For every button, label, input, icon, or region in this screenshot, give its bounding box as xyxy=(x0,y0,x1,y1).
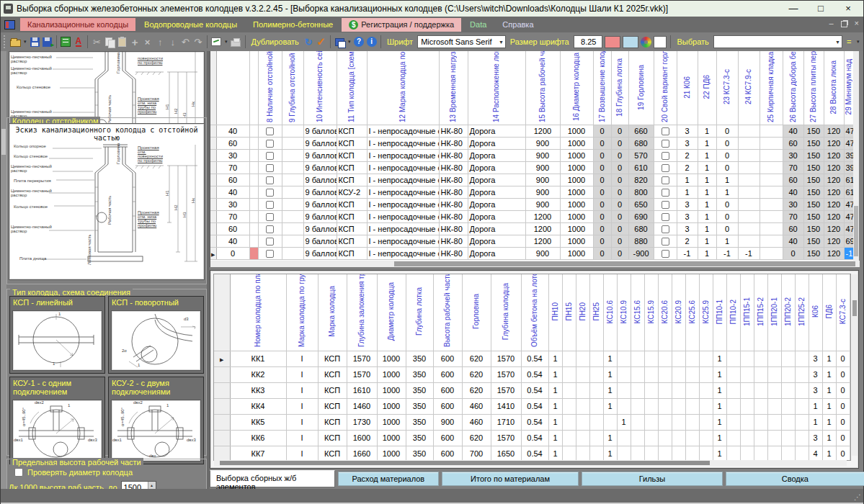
cell[interactable]: 60 xyxy=(783,138,803,150)
checkbox[interactable] xyxy=(662,152,669,160)
cell[interactable]: 0.54 xyxy=(521,382,548,398)
cell[interactable]: 1 xyxy=(822,398,836,414)
cell[interactable]: 880 xyxy=(628,235,654,248)
cell[interactable]: 460 xyxy=(462,414,491,430)
cell[interactable]: КСУ-2 xyxy=(337,186,367,199)
cell[interactable] xyxy=(740,382,754,398)
cell[interactable]: 60 xyxy=(783,174,803,186)
tab-selection-active[interactable]: Выборка сборных ж/б элементов xyxy=(210,470,335,487)
vertical-scrollbar[interactable] xyxy=(852,274,858,456)
cell[interactable]: 690 xyxy=(628,211,654,223)
cell[interactable]: 0.54 xyxy=(521,446,548,461)
cell[interactable]: 4 xyxy=(809,446,822,461)
cell[interactable]: 1000 xyxy=(560,235,593,248)
cell[interactable] xyxy=(654,138,677,150)
cell[interactable]: Дорога xyxy=(468,174,525,186)
checkbox[interactable] xyxy=(662,140,669,148)
cell[interactable] xyxy=(795,414,809,430)
color-swatch-blue[interactable] xyxy=(623,36,638,48)
cell[interactable]: 900 xyxy=(525,186,560,199)
cell[interactable]: КСП xyxy=(337,125,367,138)
cell[interactable] xyxy=(282,125,303,138)
cell[interactable] xyxy=(740,398,754,414)
cell[interactable]: 620 xyxy=(462,430,491,446)
cell[interactable]: 0 xyxy=(593,138,611,150)
cell[interactable] xyxy=(738,211,760,223)
cell[interactable] xyxy=(740,366,754,382)
column-header[interactable]: 11 Тип колодца [схема присоединения] xyxy=(337,51,367,125)
cell[interactable] xyxy=(767,398,781,414)
cell[interactable]: 47 xyxy=(844,211,854,223)
cell[interactable] xyxy=(740,351,754,366)
cell[interactable] xyxy=(781,398,795,414)
table-row[interactable]: 60 9 баллов КСП I - непросадочные сухи..… xyxy=(210,138,854,150)
cell[interactable]: I xyxy=(286,382,318,398)
cell[interactable] xyxy=(249,199,258,211)
cell[interactable]: 0 xyxy=(836,446,850,461)
cell[interactable]: 70 xyxy=(216,211,249,223)
cell[interactable]: 900 xyxy=(525,174,560,186)
column-header[interactable]: Глубина колодца xyxy=(491,274,521,351)
duplicate-button[interactable]: Дублировать xyxy=(249,37,301,46)
cell[interactable]: 0 xyxy=(593,186,611,199)
menu-registration[interactable]: $Регистрация / поддержка xyxy=(342,18,461,32)
cell[interactable]: 120 xyxy=(824,125,844,138)
cell[interactable]: 900 xyxy=(525,248,560,260)
cell[interactable] xyxy=(760,223,783,235)
cell[interactable]: 1 xyxy=(603,366,617,382)
table-row[interactable]: КК6 I КСП 1600 1000 350 600 620 1570 0.5… xyxy=(214,430,851,446)
cell[interactable]: 1 xyxy=(617,414,631,430)
cell[interactable]: 610 xyxy=(628,162,654,174)
cell[interactable]: 1 xyxy=(822,430,836,446)
cell[interactable]: КК5 xyxy=(230,414,286,430)
cell[interactable]: 0 xyxy=(850,398,851,414)
cell[interactable]: 1570 xyxy=(347,366,377,382)
cell[interactable] xyxy=(249,150,258,162)
cell[interactable] xyxy=(738,162,760,174)
cell[interactable] xyxy=(781,366,795,382)
cell[interactable]: КСП xyxy=(337,199,367,211)
cell[interactable] xyxy=(672,398,685,414)
cell[interactable]: 3 xyxy=(809,430,822,446)
cell[interactable] xyxy=(738,223,760,235)
cell[interactable]: 650 xyxy=(628,199,654,211)
cell[interactable] xyxy=(617,351,631,366)
column-header[interactable]: ПН10 xyxy=(548,274,562,351)
color-swatch-white[interactable] xyxy=(654,36,667,48)
column-header[interactable]: 24 КС7.9-с xyxy=(738,51,760,125)
cell[interactable]: Дорога xyxy=(468,211,525,223)
cell[interactable]: 150 xyxy=(803,248,824,260)
tab-material-consumption[interactable]: Расход материалов xyxy=(338,472,439,486)
cell[interactable]: 150 xyxy=(803,174,824,186)
column-header[interactable]: ПН20 xyxy=(576,274,589,351)
font-size-input[interactable]: 8.25 xyxy=(574,35,602,48)
cell[interactable] xyxy=(589,382,603,398)
cell[interactable] xyxy=(258,125,282,138)
cell[interactable]: КК7 xyxy=(230,446,286,461)
cell[interactable]: 120 xyxy=(824,199,844,211)
cell[interactable]: 9 баллов xyxy=(303,150,337,162)
cell[interactable] xyxy=(282,223,303,235)
cell[interactable] xyxy=(617,398,631,414)
cell[interactable] xyxy=(738,199,760,211)
checkbox[interactable] xyxy=(266,127,274,135)
cell[interactable]: I xyxy=(286,446,318,461)
cell[interactable]: 1200 xyxy=(525,223,560,235)
cell[interactable]: I - непросадочные сухи... xyxy=(367,150,439,162)
cell[interactable] xyxy=(631,382,644,398)
checkbox[interactable] xyxy=(662,176,669,184)
cell[interactable] xyxy=(644,366,658,382)
cell[interactable]: 1000 xyxy=(377,351,406,366)
cell[interactable] xyxy=(654,162,677,174)
cell[interactable]: 0 xyxy=(611,235,628,248)
column-header[interactable]: КС10.6 xyxy=(603,274,617,351)
cell[interactable]: 1000 xyxy=(560,199,593,211)
column-header[interactable]: 1ПП20-2 xyxy=(781,274,795,351)
cell[interactable]: I xyxy=(286,398,318,414)
cell[interactable] xyxy=(576,446,589,461)
cell[interactable] xyxy=(258,186,282,199)
cell[interactable]: НК-80 xyxy=(439,199,468,211)
cell[interactable] xyxy=(699,382,713,398)
cell[interactable]: КСП xyxy=(337,248,367,260)
cell[interactable] xyxy=(576,398,589,414)
